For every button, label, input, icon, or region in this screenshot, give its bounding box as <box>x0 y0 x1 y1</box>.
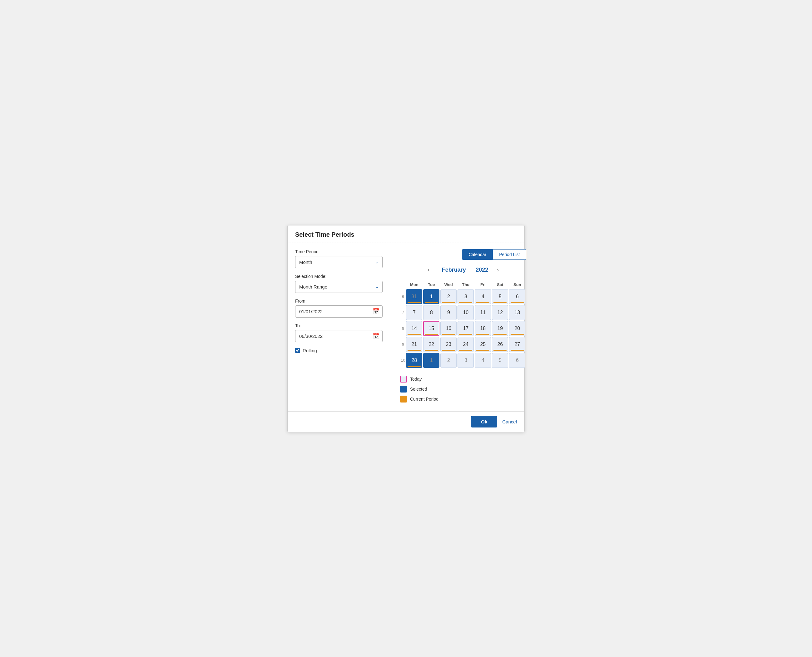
day-cell-td: 16 <box>440 321 457 336</box>
legend-current-period-box <box>400 395 407 403</box>
select-time-periods-dialog: Select Time Periods Time Period: Month W… <box>287 225 525 432</box>
day-cell[interactable]: 23 <box>440 337 457 352</box>
tab-period-list[interactable]: Period List <box>493 249 526 260</box>
day-cell[interactable]: 26 <box>492 337 508 352</box>
day-cell-td: 24 <box>458 337 474 352</box>
legend-today-label: Today <box>410 377 422 381</box>
day-cell[interactable]: 13 <box>509 305 525 320</box>
day-cell[interactable]: 8 <box>423 305 440 320</box>
day-cell[interactable]: 15 <box>423 321 440 336</box>
day-cell-td: 28 <box>406 353 422 368</box>
day-cell[interactable]: 2 <box>440 353 457 368</box>
day-cell[interactable]: 1 <box>423 289 440 304</box>
day-cell-td: 5 <box>492 289 508 304</box>
from-label: From: <box>295 299 383 304</box>
day-cell-td: 11 <box>475 305 491 320</box>
next-month-button[interactable]: › <box>494 266 501 274</box>
selection-mode-select-wrapper: Month Range Single Month Custom ⌄ <box>295 281 383 293</box>
day-cell[interactable]: 5 <box>492 353 508 368</box>
day-cell[interactable]: 4 <box>475 353 491 368</box>
from-calendar-icon[interactable]: 📅 <box>372 308 379 315</box>
day-cell[interactable]: 1 <box>423 353 440 368</box>
day-cell[interactable]: 5 <box>492 289 508 304</box>
legend-today: Today <box>400 376 526 383</box>
day-cell[interactable]: 31 <box>406 289 422 304</box>
day-cell-td: 9 <box>440 305 457 320</box>
from-input-wrapper: 📅 <box>295 305 383 318</box>
legend-current-period: Current Period <box>400 395 526 403</box>
dialog-footer: Ok Cancel <box>288 411 524 432</box>
day-cell[interactable]: 28 <box>406 353 422 368</box>
to-input[interactable] <box>295 330 383 342</box>
day-cell[interactable]: 7 <box>406 305 422 320</box>
col-sat: Sat <box>492 281 508 288</box>
day-cell[interactable]: 24 <box>458 337 474 352</box>
dialog-title: Select Time Periods <box>288 226 524 243</box>
time-period-select[interactable]: Month Week Quarter Year <box>295 256 383 268</box>
day-cell[interactable]: 4 <box>475 289 491 304</box>
day-cell-td: 26 <box>492 337 508 352</box>
day-cell[interactable]: 6 <box>509 289 525 304</box>
rolling-checkbox[interactable] <box>295 348 300 353</box>
day-cell[interactable]: 14 <box>406 321 422 336</box>
week-number: 10 <box>401 353 405 368</box>
tab-calendar[interactable]: Calendar <box>462 249 493 260</box>
day-cell-td: 6 <box>509 353 525 368</box>
day-cell-td: 20 <box>509 321 525 336</box>
day-cell-td: 25 <box>475 337 491 352</box>
day-cell[interactable]: 25 <box>475 337 491 352</box>
right-panel: Calendar Period List ‹ February 2022 › M… <box>400 249 526 405</box>
table-row: 1028123456 <box>401 353 525 368</box>
calendar-year: 2022 <box>475 267 488 273</box>
day-cell[interactable]: 11 <box>475 305 491 320</box>
day-cell-td: 4 <box>475 353 491 368</box>
day-cell[interactable]: 10 <box>458 305 474 320</box>
selection-mode-label: Selection Mode: <box>295 274 383 279</box>
calendar-grid: Mon Tue Wed Thu Fri Sat Sun 631123456778… <box>400 280 526 369</box>
selection-mode-field: Selection Mode: Month Range Single Month… <box>295 274 383 293</box>
day-cell-td: 2 <box>440 353 457 368</box>
legend-selected-label: Selected <box>410 386 427 392</box>
legend: Today Selected Current Period <box>400 373 526 405</box>
day-cell-td: 3 <box>458 289 474 304</box>
day-cell[interactable]: 19 <box>492 321 508 336</box>
from-field: From: 📅 <box>295 299 383 318</box>
selection-mode-select[interactable]: Month Range Single Month Custom <box>295 281 383 293</box>
day-cell-td: 17 <box>458 321 474 336</box>
tab-row: Calendar Period List <box>400 249 526 260</box>
day-cell[interactable]: 6 <box>509 353 525 368</box>
ok-button[interactable]: Ok <box>471 416 497 428</box>
day-cell[interactable]: 20 <box>509 321 525 336</box>
day-cell-td: 12 <box>492 305 508 320</box>
day-cell[interactable]: 2 <box>440 289 457 304</box>
from-input[interactable] <box>295 305 383 318</box>
prev-month-button[interactable]: ‹ <box>425 266 432 274</box>
table-row: 631123456 <box>401 289 525 304</box>
cancel-button[interactable]: Cancel <box>502 419 517 424</box>
legend-current-period-label: Current Period <box>410 397 438 402</box>
to-calendar-icon[interactable]: 📅 <box>372 333 379 339</box>
day-cell[interactable]: 3 <box>458 353 474 368</box>
day-cell[interactable]: 3 <box>458 289 474 304</box>
day-cell[interactable]: 18 <box>475 321 491 336</box>
day-cell-td: 15 <box>423 321 440 336</box>
col-tue: Tue <box>423 281 440 288</box>
day-cell-td: 1 <box>423 353 440 368</box>
day-cell-td: 5 <box>492 353 508 368</box>
calendar-month: February <box>438 267 469 273</box>
day-cell[interactable]: 9 <box>440 305 457 320</box>
calendar-header: ‹ February 2022 › <box>400 264 526 276</box>
dialog-body: Time Period: Month Week Quarter Year ⌄ S… <box>288 243 524 411</box>
time-period-select-wrapper: Month Week Quarter Year ⌄ <box>295 256 383 268</box>
day-cell[interactable]: 17 <box>458 321 474 336</box>
week-number: 7 <box>401 305 405 320</box>
day-cell[interactable]: 22 <box>423 337 440 352</box>
day-cell[interactable]: 16 <box>440 321 457 336</box>
day-cell[interactable]: 12 <box>492 305 508 320</box>
col-wed: Wed <box>440 281 457 288</box>
day-cell[interactable]: 27 <box>509 337 525 352</box>
time-period-label: Time Period: <box>295 249 383 254</box>
day-cell-td: 6 <box>509 289 525 304</box>
to-input-wrapper: 📅 <box>295 330 383 342</box>
day-cell[interactable]: 21 <box>406 337 422 352</box>
